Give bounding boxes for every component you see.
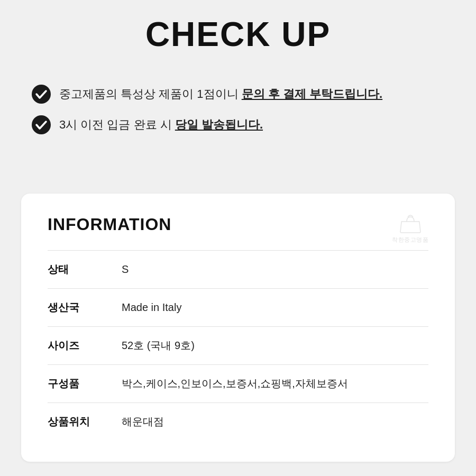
value-status: S xyxy=(116,251,428,289)
notice-item-2: 3시 이전 입금 완료 시 당일 발송됩니다. xyxy=(32,115,444,134)
notice-item-1: 중고제품의 특성상 제품이 1점이니 문의 후 결제 부탁드립니다. xyxy=(32,85,444,104)
watermark: 착한중고명품 xyxy=(392,214,428,244)
header-section: CHECK UP xyxy=(0,0,476,79)
label-origin: 생산국 xyxy=(48,289,116,327)
label-components: 구성품 xyxy=(48,365,116,403)
table-row: 구성품 박스,케이스,인보이스,보증서,쇼핑백,자체보증서 xyxy=(48,365,428,403)
value-location: 해운대점 xyxy=(116,403,428,441)
label-status: 상태 xyxy=(48,251,116,289)
page-title: CHECK UP xyxy=(21,16,455,53)
table-row: 상태 S xyxy=(48,251,428,289)
table-row: 사이즈 52호 (국내 9호) xyxy=(48,327,428,365)
spacer xyxy=(0,162,476,194)
info-table: 상태 S 생산국 Made in Italy 사이즈 52호 (국내 9호) 구… xyxy=(48,250,428,441)
value-size: 52호 (국내 9호) xyxy=(116,327,428,365)
value-components: 박스,케이스,인보이스,보증서,쇼핑백,자체보증서 xyxy=(116,365,428,403)
notice-text-1: 중고제품의 특성상 제품이 1점이니 문의 후 결제 부탁드립니다. xyxy=(59,86,382,103)
notice-bold-2: 당일 발송됩니다. xyxy=(175,118,263,131)
check-icon-2 xyxy=(32,115,51,134)
notice-text-2: 3시 이전 입금 완료 시 당일 발송됩니다. xyxy=(59,117,263,133)
check-icon-1 xyxy=(32,85,51,104)
value-origin: Made in Italy xyxy=(116,289,428,327)
label-location: 상품위치 xyxy=(48,403,116,441)
information-card: INFORMATION 착한중고명품 상태 S 생산국 Made in Ital… xyxy=(21,194,455,462)
label-size: 사이즈 xyxy=(48,327,116,365)
watermark-label: 착한중고명품 xyxy=(392,236,428,244)
table-row: 상품위치 해운대점 xyxy=(48,403,428,441)
svg-point-1 xyxy=(32,115,51,134)
info-section-title: INFORMATION xyxy=(48,215,428,234)
notice-section: 중고제품의 특성상 제품이 1점이니 문의 후 결제 부탁드립니다. 3시 이전… xyxy=(0,79,476,162)
notice-bold-1: 문의 후 결제 부탁드립니다. xyxy=(242,87,382,100)
svg-point-0 xyxy=(32,85,51,104)
watermark-icon xyxy=(397,214,424,234)
table-row: 생산국 Made in Italy xyxy=(48,289,428,327)
